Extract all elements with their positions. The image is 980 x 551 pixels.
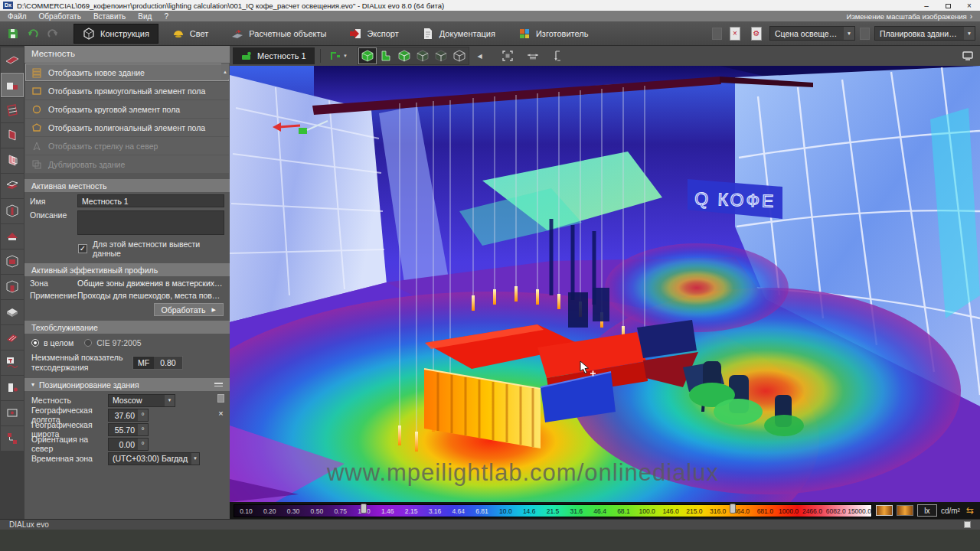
pin-icon[interactable] (214, 383, 223, 386)
floor-element-tool[interactable] (1, 174, 24, 198)
tab-light[interactable]: Свет (163, 24, 217, 44)
shaded-cube-icon (398, 50, 410, 62)
degree-unit: ° (138, 409, 148, 421)
menu-help[interactable]: ? (164, 12, 168, 21)
latitude-input[interactable]: 55.70 ° (108, 423, 149, 436)
view-wire2-button[interactable] (432, 47, 450, 64)
image-scale-menu[interactable]: Изменение масштаба изображения › (847, 12, 972, 21)
radio-overall[interactable] (31, 339, 39, 347)
application-value: Проходы для пешеходов, места поворотов т… (77, 291, 224, 300)
cancel-calculation-button[interactable]: × (727, 25, 743, 42)
unit-lux-button[interactable]: lx (917, 504, 937, 517)
tab-manufacturer[interactable]: Изготовитель (509, 24, 597, 44)
scrollbar-up-button[interactable]: ▲ (221, 64, 229, 80)
note-icon[interactable] (217, 394, 224, 403)
undo-icon (27, 28, 39, 40)
north-orientation-input[interactable]: 0.00 ° (108, 438, 149, 451)
location-label: Местность (31, 396, 108, 405)
swap-arrows-icon[interactable]: ⇆ (966, 505, 974, 516)
view-wire3-button[interactable] (450, 47, 469, 64)
mf-value-input[interactable]: 0.80 (154, 357, 181, 369)
radio-cie[interactable] (84, 339, 92, 347)
falsecolor-steps-button[interactable] (897, 505, 913, 516)
menu-file[interactable]: Файл (8, 12, 27, 21)
door-tool[interactable] (1, 275, 24, 299)
scale-handle-low[interactable] (361, 504, 367, 514)
collapse-group-button[interactable]: ◀ (475, 47, 485, 64)
monitor-icon (962, 50, 974, 62)
material-tool[interactable] (1, 325, 24, 350)
dimension-button[interactable] (547, 47, 566, 64)
partition-wall-tool[interactable] (1, 148, 24, 173)
layout-toggle-icon[interactable] (964, 521, 971, 528)
clear-location-button[interactable]: × (218, 409, 223, 418)
tool-show-new-building[interactable]: Отобразить новое здание (25, 64, 229, 81)
wall-tool[interactable] (1, 123, 24, 148)
tool-show-circle-floor[interactable]: Отобразить круговой элемент пола (25, 100, 229, 118)
panel-title: Местность (24, 46, 230, 63)
building-layout-select[interactable]: Планировка здания и в... ▼ (874, 26, 975, 41)
redo-button[interactable] (44, 25, 61, 42)
fullscreen-button[interactable] (959, 47, 977, 64)
tab-label: Экспорт (367, 29, 398, 38)
location-select[interactable]: Moscow ▼ (108, 394, 175, 407)
output-data-checkbox[interactable]: ✓ (78, 244, 87, 253)
radio-cie-label: CIE 97:2005 (96, 338, 141, 347)
roof-tool[interactable] (1, 224, 24, 249)
tab-label: Конструкция (100, 29, 149, 38)
maximize-button[interactable] (937, 2, 959, 10)
menu-edit[interactable]: Обработать (39, 12, 81, 21)
area-description-input[interactable] (77, 210, 224, 235)
menu-insert[interactable]: Вставить (93, 12, 126, 21)
view-mode-dropdown[interactable]: ▼ (326, 47, 352, 64)
unit-luminance-button[interactable]: cd/m² (941, 507, 960, 515)
close-button[interactable]: × (959, 2, 980, 10)
assembly-tool[interactable] (1, 426, 24, 451)
longitude-input[interactable]: 37.60 ° (108, 409, 149, 422)
view-wire1-button[interactable] (413, 47, 432, 64)
timezone-select[interactable]: (UTC+03:00) Багдад ▼ (108, 452, 200, 465)
minimize-button[interactable]: – (916, 2, 937, 10)
building-layout-value: Планировка здания и в... (880, 29, 960, 38)
text-label-tool[interactable] (1, 350, 24, 375)
save-button[interactable] (5, 25, 21, 42)
undo-button[interactable] (24, 25, 41, 42)
tool-show-polygon-floor[interactable]: Отобразить полигональный элемент пола (25, 119, 229, 136)
collapse-icon[interactable]: ▾ (31, 381, 34, 388)
zoom-fit-button[interactable] (498, 47, 517, 64)
view-solid-button[interactable] (358, 47, 377, 64)
scale-handle-high[interactable] (730, 504, 736, 514)
render-3d-scene[interactable]: Q КОФЕ www.mpeilightlab.com/onlinedialux (230, 66, 980, 502)
site-tool[interactable] (1, 47, 24, 72)
ceiling-icon (5, 305, 20, 320)
false-color-strip[interactable]: 0.100.200.300.500.751.001.462.153.164.64… (234, 504, 872, 517)
menu-view[interactable]: Вид (138, 12, 152, 21)
tab-documentation[interactable]: Документация (413, 24, 505, 44)
window-tool[interactable] (1, 249, 24, 274)
falsecolor-gradient-button[interactable] (876, 505, 893, 516)
furniture-tool[interactable] (1, 376, 24, 400)
tool-show-rect-floor[interactable]: Отобразить прямоугольный элемент пола (25, 82, 229, 99)
section-active-profile: Активный эффективный профиль (24, 263, 230, 276)
area-name-input[interactable] (77, 194, 224, 207)
ceiling-tool[interactable] (1, 300, 24, 324)
brand-logo: DIALux evo (9, 520, 49, 529)
viewport-tab-site[interactable]: Местность 1 (233, 47, 315, 64)
storey-tool[interactable] (1, 98, 24, 122)
calculation-settings-button[interactable]: ⚙ (748, 25, 765, 42)
opening-tool[interactable] (1, 401, 24, 425)
view-floorplan-button[interactable] (377, 47, 395, 64)
tab-calc-objects[interactable]: Расчетные объекты (222, 24, 335, 44)
buildings-tool[interactable] (1, 73, 24, 97)
view-shaded-button[interactable] (395, 47, 413, 64)
manufacturer-icon (518, 28, 531, 40)
column-tool[interactable] (1, 199, 24, 223)
scale-tick-label: 215.0 (682, 505, 706, 517)
measure-button[interactable] (524, 47, 542, 64)
tab-export[interactable]: Экспорт (340, 24, 407, 44)
edit-profile-button[interactable]: Обработать ▶ (154, 303, 224, 316)
light-scene-select[interactable]: Сцена освещения 1 ▼ (769, 26, 855, 41)
scale-tick-label: 6.81 (470, 505, 494, 517)
tab-construction[interactable]: Конструкция (74, 24, 158, 44)
circle-floor-icon (31, 104, 42, 115)
